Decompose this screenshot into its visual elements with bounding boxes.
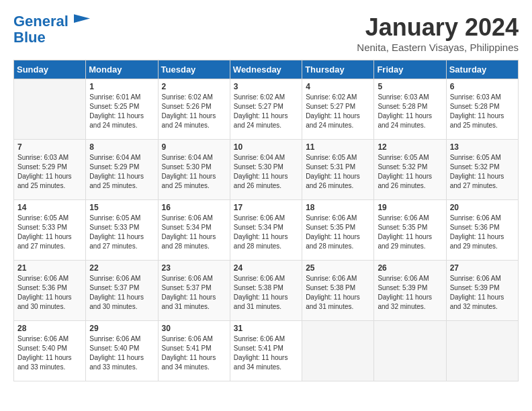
day-number: 18 xyxy=(306,203,370,212)
calendar-cell: 9Sunrise: 6:04 AM Sunset: 5:30 PM Daylig… xyxy=(158,140,230,200)
logo-general: General xyxy=(13,13,69,30)
day-info: Sunrise: 6:05 AM Sunset: 5:32 PM Dayligh… xyxy=(378,153,442,191)
calendar-week-3: 14Sunrise: 6:05 AM Sunset: 5:33 PM Dayli… xyxy=(14,200,519,261)
calendar-cell: 25Sunrise: 6:06 AM Sunset: 5:38 PM Dayli… xyxy=(302,261,374,321)
day-number: 17 xyxy=(234,203,298,212)
weekday-header-monday: Monday xyxy=(86,60,158,79)
day-info: Sunrise: 6:06 AM Sunset: 5:35 PM Dayligh… xyxy=(378,214,442,251)
calendar-cell: 23Sunrise: 6:06 AM Sunset: 5:37 PM Dayli… xyxy=(158,261,230,321)
weekday-header-tuesday: Tuesday xyxy=(158,60,230,79)
day-number: 30 xyxy=(162,324,226,333)
day-info: Sunrise: 6:03 AM Sunset: 5:28 PM Dayligh… xyxy=(450,93,515,130)
svg-marker-0 xyxy=(74,14,90,23)
day-number: 12 xyxy=(378,142,442,152)
calendar-cell: 21Sunrise: 6:06 AM Sunset: 5:36 PM Dayli… xyxy=(14,261,86,321)
calendar-body: 1Sunrise: 6:01 AM Sunset: 5:25 PM Daylig… xyxy=(14,79,519,381)
calendar-week-1: 1Sunrise: 6:01 AM Sunset: 5:25 PM Daylig… xyxy=(14,79,519,140)
calendar-cell: 5Sunrise: 6:03 AM Sunset: 5:28 PM Daylig… xyxy=(374,79,446,140)
day-number: 25 xyxy=(306,263,370,273)
calendar-cell xyxy=(302,321,374,381)
day-number: 6 xyxy=(450,82,515,91)
day-info: Sunrise: 6:06 AM Sunset: 5:41 PM Dayligh… xyxy=(234,334,298,372)
day-info: Sunrise: 6:06 AM Sunset: 5:40 PM Dayligh… xyxy=(17,334,82,372)
day-number: 8 xyxy=(89,142,154,152)
day-info: Sunrise: 6:01 AM Sunset: 5:25 PM Dayligh… xyxy=(89,93,154,130)
day-number: 5 xyxy=(378,82,442,91)
calendar-cell: 19Sunrise: 6:06 AM Sunset: 5:35 PM Dayli… xyxy=(374,200,446,261)
calendar-cell: 29Sunrise: 6:06 AM Sunset: 5:40 PM Dayli… xyxy=(86,321,158,381)
day-number: 28 xyxy=(17,324,82,333)
day-info: Sunrise: 6:06 AM Sunset: 5:34 PM Dayligh… xyxy=(162,214,226,251)
day-info: Sunrise: 6:06 AM Sunset: 5:36 PM Dayligh… xyxy=(17,274,82,312)
day-info: Sunrise: 6:06 AM Sunset: 5:40 PM Dayligh… xyxy=(89,334,154,372)
weekday-header-thursday: Thursday xyxy=(302,60,374,79)
day-number: 9 xyxy=(162,142,226,152)
calendar-cell: 20Sunrise: 6:06 AM Sunset: 5:36 PM Dayli… xyxy=(446,200,518,261)
day-number: 11 xyxy=(306,142,370,152)
calendar-cell: 30Sunrise: 6:06 AM Sunset: 5:41 PM Dayli… xyxy=(158,321,230,381)
day-info: Sunrise: 6:06 AM Sunset: 5:39 PM Dayligh… xyxy=(378,274,442,312)
day-info: Sunrise: 6:02 AM Sunset: 5:27 PM Dayligh… xyxy=(234,93,298,130)
day-info: Sunrise: 6:05 AM Sunset: 5:33 PM Dayligh… xyxy=(17,214,82,251)
logo-text: General Blue xyxy=(13,13,90,46)
calendar-cell: 8Sunrise: 6:04 AM Sunset: 5:29 PM Daylig… xyxy=(86,140,158,200)
calendar-week-4: 21Sunrise: 6:06 AM Sunset: 5:36 PM Dayli… xyxy=(14,261,519,321)
location-text: Nenita, Eastern Visayas, Philippines xyxy=(357,42,519,53)
day-info: Sunrise: 6:05 AM Sunset: 5:33 PM Dayligh… xyxy=(89,214,154,251)
calendar-cell: 11Sunrise: 6:05 AM Sunset: 5:31 PM Dayli… xyxy=(302,140,374,200)
day-number: 29 xyxy=(89,324,154,333)
calendar-cell: 13Sunrise: 6:05 AM Sunset: 5:32 PM Dayli… xyxy=(446,140,518,200)
day-number: 7 xyxy=(17,142,82,152)
day-number: 21 xyxy=(17,263,82,273)
logo-flag-icon xyxy=(74,14,90,26)
calendar-cell: 2Sunrise: 6:02 AM Sunset: 5:26 PM Daylig… xyxy=(158,79,230,140)
day-info: Sunrise: 6:04 AM Sunset: 5:30 PM Dayligh… xyxy=(162,153,226,191)
day-info: Sunrise: 6:02 AM Sunset: 5:26 PM Dayligh… xyxy=(162,93,226,130)
calendar-week-2: 7Sunrise: 6:03 AM Sunset: 5:29 PM Daylig… xyxy=(14,140,519,200)
calendar-table: SundayMondayTuesdayWednesdayThursdayFrid… xyxy=(13,60,519,381)
day-number: 26 xyxy=(378,263,442,273)
day-number: 14 xyxy=(17,203,82,212)
calendar-cell xyxy=(446,321,518,381)
calendar-cell: 10Sunrise: 6:04 AM Sunset: 5:30 PM Dayli… xyxy=(230,140,302,200)
day-number: 13 xyxy=(450,142,515,152)
calendar-cell: 14Sunrise: 6:05 AM Sunset: 5:33 PM Dayli… xyxy=(14,200,86,261)
day-number: 4 xyxy=(306,82,370,91)
weekday-header-sunday: Sunday xyxy=(14,60,86,79)
day-info: Sunrise: 6:06 AM Sunset: 5:36 PM Dayligh… xyxy=(450,214,515,251)
calendar-cell: 22Sunrise: 6:06 AM Sunset: 5:37 PM Dayli… xyxy=(86,261,158,321)
calendar-cell: 12Sunrise: 6:05 AM Sunset: 5:32 PM Dayli… xyxy=(374,140,446,200)
calendar-cell: 3Sunrise: 6:02 AM Sunset: 5:27 PM Daylig… xyxy=(230,79,302,140)
calendar-cell: 24Sunrise: 6:06 AM Sunset: 5:38 PM Dayli… xyxy=(230,261,302,321)
logo-blue: Blue xyxy=(13,29,46,46)
day-info: Sunrise: 6:05 AM Sunset: 5:31 PM Dayligh… xyxy=(306,153,370,191)
calendar-cell: 15Sunrise: 6:05 AM Sunset: 5:33 PM Dayli… xyxy=(86,200,158,261)
weekday-header-friday: Friday xyxy=(374,60,446,79)
calendar-cell: 31Sunrise: 6:06 AM Sunset: 5:41 PM Dayli… xyxy=(230,321,302,381)
calendar-week-5: 28Sunrise: 6:06 AM Sunset: 5:40 PM Dayli… xyxy=(14,321,519,381)
day-info: Sunrise: 6:03 AM Sunset: 5:29 PM Dayligh… xyxy=(17,153,82,191)
day-number: 3 xyxy=(234,82,298,91)
day-info: Sunrise: 6:06 AM Sunset: 5:37 PM Dayligh… xyxy=(162,274,226,312)
weekday-header-saturday: Saturday xyxy=(446,60,518,79)
calendar-cell xyxy=(14,79,86,140)
day-number: 2 xyxy=(162,82,226,91)
calendar-header-row: SundayMondayTuesdayWednesdayThursdayFrid… xyxy=(14,60,519,79)
calendar-cell: 26Sunrise: 6:06 AM Sunset: 5:39 PM Dayli… xyxy=(374,261,446,321)
day-number: 22 xyxy=(89,263,154,273)
day-info: Sunrise: 6:06 AM Sunset: 5:35 PM Dayligh… xyxy=(306,214,370,251)
calendar-cell: 7Sunrise: 6:03 AM Sunset: 5:29 PM Daylig… xyxy=(14,140,86,200)
day-number: 27 xyxy=(450,263,515,273)
day-info: Sunrise: 6:06 AM Sunset: 5:37 PM Dayligh… xyxy=(89,274,154,312)
day-number: 15 xyxy=(89,203,154,212)
logo: General Blue xyxy=(13,13,90,46)
day-info: Sunrise: 6:05 AM Sunset: 5:32 PM Dayligh… xyxy=(450,153,515,191)
calendar-cell: 27Sunrise: 6:06 AM Sunset: 5:39 PM Dayli… xyxy=(446,261,518,321)
day-number: 10 xyxy=(234,142,298,152)
day-info: Sunrise: 6:04 AM Sunset: 5:29 PM Dayligh… xyxy=(89,153,154,191)
page-header: General Blue January 2024 Nenita, Easter… xyxy=(13,13,519,53)
day-info: Sunrise: 6:02 AM Sunset: 5:27 PM Dayligh… xyxy=(306,93,370,130)
weekday-header-wednesday: Wednesday xyxy=(230,60,302,79)
day-number: 20 xyxy=(450,203,515,212)
calendar-cell: 4Sunrise: 6:02 AM Sunset: 5:27 PM Daylig… xyxy=(302,79,374,140)
